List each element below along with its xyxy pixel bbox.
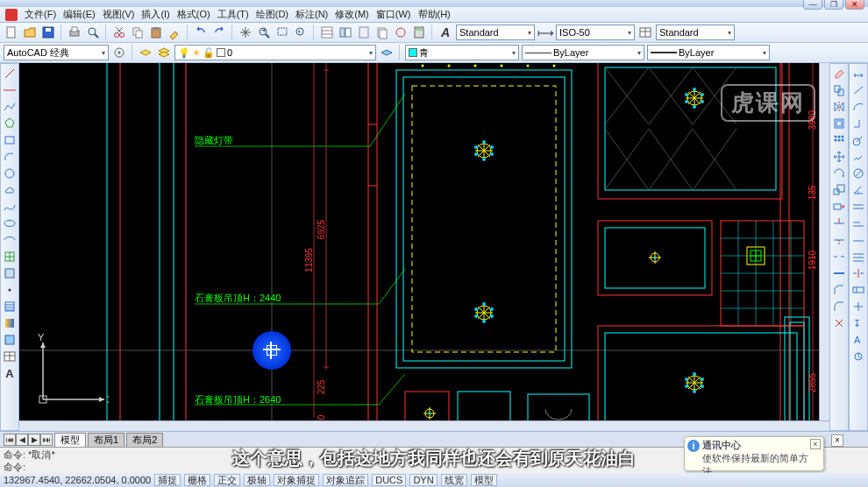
menu-file[interactable]: 文件(F) [25,8,56,21]
menu-dimension[interactable]: 标注(N) [295,8,328,21]
copy-icon[interactable] [130,25,146,40]
print-icon[interactable] [67,25,82,40]
dimbreak-icon[interactable] [850,265,866,281]
properties-icon[interactable] [319,25,335,40]
tab-nav-prev[interactable]: ◀ [16,434,28,446]
dimarc-icon[interactable] [850,99,866,115]
tolerance-icon[interactable] [850,282,866,298]
pline-icon[interactable] [2,99,18,115]
preview-icon[interactable] [85,25,101,40]
tab-nav-first[interactable]: ⏮ [4,434,16,446]
text-a-icon[interactable]: A [438,25,453,40]
join-icon[interactable] [831,265,847,281]
tab-model[interactable]: 模型 [54,433,86,447]
cut-icon[interactable] [111,25,127,40]
menu-insert[interactable]: 插入(I) [141,8,169,21]
dimord-icon[interactable] [850,116,866,131]
menu-format[interactable]: 格式(O) [177,8,210,21]
sheetset-icon[interactable] [374,25,390,40]
minimize-button[interactable]: — [803,0,822,10]
layer-prev-icon[interactable] [379,45,395,60]
gradient-icon[interactable] [2,315,18,331]
dimbase-icon[interactable] [850,215,866,231]
menu-tools[interactable]: 工具(T) [217,8,249,21]
ortho-toggle[interactable]: 正交 [214,474,240,486]
erase-icon[interactable] [831,66,847,81]
fillet-icon[interactable] [831,299,847,314]
textstyle-combo[interactable]: Standard▾ [456,25,535,40]
grid-toggle[interactable]: 栅格 [184,474,210,486]
move-icon[interactable] [831,149,847,165]
insert-icon[interactable] [2,249,18,265]
qdim-icon[interactable] [850,199,866,215]
stretch-icon[interactable] [831,199,847,215]
dimang-icon[interactable] [850,182,866,198]
line-icon[interactable] [2,66,18,81]
mirror-icon[interactable] [831,99,847,115]
menu-modify[interactable]: 修改(M) [335,8,369,21]
toolpalettes-icon[interactable] [356,25,372,40]
rectangle-icon[interactable] [2,132,18,148]
menu-edit[interactable]: 编辑(E) [63,8,96,21]
dimupdate-icon[interactable] [850,349,866,364]
maximize-button[interactable]: ❐ [824,0,843,10]
zoom-prev-icon[interactable] [293,25,309,40]
dimstyle-combo[interactable]: ISO-50▾ [556,25,635,40]
polar-toggle[interactable]: 极轴 [244,474,270,486]
dimaligned-icon[interactable] [850,82,866,98]
table-draw-icon[interactable] [2,349,18,364]
arc-icon[interactable] [2,149,18,165]
break-icon[interactable] [831,249,847,265]
rotate-icon[interactable] [831,166,847,181]
pan-icon[interactable] [238,25,253,40]
layer-combo[interactable]: 💡 ☀ 🔓 0▾ [174,45,376,60]
polygon-icon[interactable] [2,116,18,131]
point-icon[interactable] [2,282,18,298]
block-icon[interactable] [2,265,18,281]
color-combo[interactable]: 青▾ [405,45,519,60]
save-icon[interactable] [40,25,56,40]
spline-icon[interactable] [2,199,18,215]
menu-window[interactable]: 窗口(W) [376,8,411,21]
tab-nav-next[interactable]: ▶ [28,434,40,446]
ellipse-icon[interactable] [2,215,18,231]
dimrad-icon[interactable] [850,132,866,148]
linetype-combo[interactable]: ByLayer▾ [522,45,644,60]
notification-close-button[interactable]: × [810,439,821,449]
hatch-icon[interactable] [2,299,18,314]
dimedit-icon[interactable]: ↧ [850,315,866,331]
lineweight-combo[interactable]: ByLayer▾ [647,45,770,60]
dim-a-icon[interactable]: ⟼ [537,25,553,40]
close-button[interactable]: ✕ [845,0,864,10]
copy2-icon[interactable] [831,82,847,98]
snap-toggle[interactable]: 捕捉 [154,474,181,486]
new-icon[interactable] [4,25,19,40]
calc-icon[interactable] [411,25,427,40]
ducs-toggle[interactable]: DUCS [372,474,406,486]
revcloud-icon[interactable] [2,182,18,198]
mtext-icon[interactable]: A [2,365,18,381]
offset-icon[interactable] [831,116,847,131]
tab-layout2[interactable]: 布局2 [126,433,163,447]
osnap-toggle[interactable]: 对象捕捉 [274,474,319,486]
menu-help[interactable]: 帮助(H) [418,8,451,21]
matchprop-icon[interactable] [167,25,182,40]
redo-icon[interactable] [211,25,227,40]
centermark-icon[interactable] [850,299,866,314]
extend-icon[interactable] [831,232,847,248]
ellipsearc-icon[interactable] [2,232,18,248]
zoom-realtime-icon[interactable]: + [256,25,272,40]
drawing-canvas[interactable]: 隐藏灯带 石膏板吊顶H：2440 石膏板吊顶H：2640 250 6925 11… [19,63,829,431]
xline-icon[interactable] [2,82,18,98]
markup-icon[interactable] [393,25,409,40]
tray-close-button[interactable]: × [831,434,843,447]
region-icon[interactable] [2,332,18,348]
zoom-window-icon[interactable] [274,25,290,40]
dyn-toggle[interactable]: DYN [409,474,437,486]
explode-icon[interactable] [831,315,847,331]
undo-icon[interactable] [193,25,209,40]
menu-view[interactable]: 视图(V) [103,8,135,21]
dimlinear-icon[interactable] [850,66,866,81]
tab-nav-last[interactable]: ⏭ [40,434,53,446]
scale-icon[interactable] [831,182,847,198]
